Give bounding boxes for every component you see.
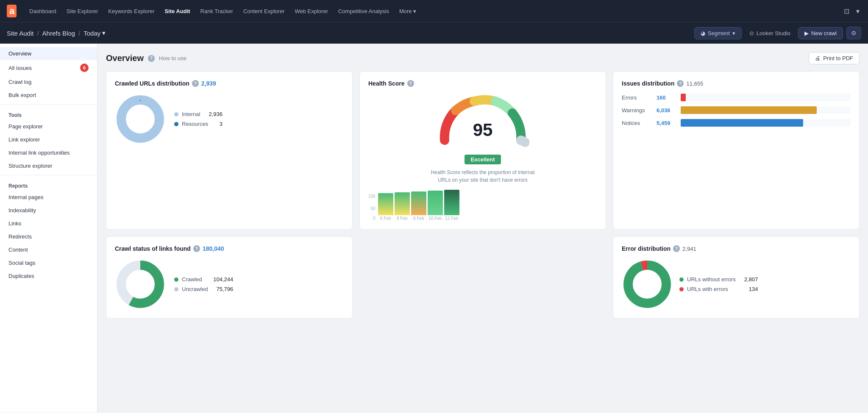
sidebar-item-structure-explorer[interactable]: Structure explorer <box>0 159 97 172</box>
errors-row: Errors 160 <box>622 94 851 101</box>
crawl-status-title: Crawl status of links found ? 180,040 <box>115 245 344 252</box>
nav-content-explorer[interactable]: Content Explorer <box>239 6 289 17</box>
bar-4 <box>428 191 443 215</box>
legend-with-errors: URLs with errors 134 <box>679 286 758 292</box>
crawled-urls-legend: Internal 2,936 Resources 3 <box>174 111 223 127</box>
overview-help-icon[interactable]: ? <box>148 55 155 62</box>
page-title: Overview <box>106 53 144 63</box>
main-content: Overview ? How to use 🖨 Print to PDF Cra… <box>97 44 868 413</box>
looker-studio-button[interactable]: ⊙ Looker Studio <box>745 28 795 39</box>
content-header: Overview ? How to use 🖨 Print to PDF <box>106 52 860 64</box>
svg-point-6 <box>128 272 153 297</box>
error-distribution-title: Error distribution ? 2,941 <box>622 245 851 252</box>
breadcrumb-blog[interactable]: Ahrefs Blog <box>42 30 75 37</box>
nav-rank-tracker[interactable]: Rank Tracker <box>196 6 237 17</box>
sidebar-item-internal-link-opps[interactable]: Internal link opportunities <box>0 146 97 159</box>
segment-button[interactable]: ◕ Segment ▾ <box>694 27 742 39</box>
legend-uncrawled: Uncrawled 75,796 <box>174 286 233 292</box>
crawl-status-card: Crawl status of links found ? 180,040 <box>106 236 353 319</box>
notices-bar <box>681 119 803 127</box>
monitor-icon[interactable]: ⊡ <box>842 6 851 17</box>
print-icon: 🖨 <box>815 55 821 61</box>
bottom-cards-grid: Crawl status of links found ? 180,040 <box>106 236 860 319</box>
nav-site-audit[interactable]: Site Audit <box>160 6 194 17</box>
issues-help-icon[interactable]: ? <box>677 80 684 87</box>
svg-point-9 <box>634 272 660 297</box>
warnings-row: Warnings 6,036 <box>622 106 851 114</box>
sidebar-item-crawl-log[interactable]: Crawl log <box>0 75 97 89</box>
sidebar-item-social-tags[interactable]: Social tags <box>0 256 97 269</box>
no-errors-dot <box>679 277 684 282</box>
empty-card-middle <box>359 236 606 319</box>
errors-bar-container <box>681 94 851 101</box>
excellent-badge: Excellent <box>465 155 501 164</box>
issues-distribution-card: Issues distribution ? 11,655 Errors 160 … <box>613 71 860 230</box>
sidebar-item-links[interactable]: Links <box>0 217 97 230</box>
new-crawl-button[interactable]: ▶ New crawl <box>798 27 843 39</box>
sidebar-item-overview[interactable]: Overview <box>0 47 97 60</box>
nav-more[interactable]: More ▾ <box>395 6 420 17</box>
bar-label-1: 6 Feb <box>380 216 391 221</box>
logo[interactable]: a <box>7 5 17 17</box>
breadcrumb-today-dropdown[interactable]: Today ▾ <box>83 29 106 37</box>
bar-2 <box>395 192 410 215</box>
chevron-down-icon: ▾ <box>732 30 735 36</box>
nav-web-explorer[interactable]: Web Explorer <box>290 6 332 17</box>
legend-internal: Internal 2,936 <box>174 111 223 117</box>
legend-resources: Resources 3 <box>174 121 223 127</box>
health-description: Health Score reflects the proportion of … <box>431 169 535 184</box>
sidebar-divider-2 <box>0 175 97 175</box>
sidebar-item-link-explorer[interactable]: Link explorer <box>0 133 97 146</box>
bar-label-4: 10 Feb <box>428 216 442 221</box>
settings-button[interactable]: ⚙ <box>846 27 861 39</box>
sidebar-item-internal-pages[interactable]: Internal pages <box>0 191 97 204</box>
crawled-urls-help-icon[interactable]: ? <box>192 80 199 87</box>
sidebar: Overview All issues 6 Crawl log Bulk exp… <box>0 44 97 413</box>
crawl-status-total: 180,040 <box>203 245 224 252</box>
sidebar-item-duplicates[interactable]: Duplicates <box>0 269 97 283</box>
crawl-status-help-icon[interactable]: ? <box>193 245 200 252</box>
error-dist-total: 2,941 <box>682 246 696 252</box>
how-to-use-link[interactable]: How to use <box>159 55 186 61</box>
bars-container: 6 Feb 8 Feb 8 Feb 10 Feb <box>378 190 597 221</box>
crawl-status-chart: Crawled 104,244 Uncrawled 75,796 <box>115 259 344 310</box>
with-errors-dot <box>679 287 684 291</box>
health-score-card: Health Score ? <box>359 71 606 230</box>
gauge-container: 95 <box>436 94 529 153</box>
title-row: Overview ? How to use <box>106 53 186 63</box>
reports-section-title: Reports <box>0 178 97 191</box>
sidebar-item-content[interactable]: Content <box>0 243 97 256</box>
breadcrumb-site-audit[interactable]: Site Audit <box>7 30 33 37</box>
nav-icons: ⊡ ▾ <box>842 6 861 17</box>
breadcrumb-sep-2: / <box>78 30 80 37</box>
nav-site-explorer[interactable]: Site Explorer <box>62 6 102 17</box>
nav-keywords-explorer[interactable]: Keywords Explorer <box>104 6 159 17</box>
resources-dot <box>174 122 178 126</box>
crawled-dot <box>174 277 178 282</box>
y-axis: 100 50 0 <box>368 194 376 221</box>
nav-competitive-analysis[interactable]: Competitive Analysis <box>334 6 393 17</box>
health-score-help-icon[interactable]: ? <box>407 80 414 87</box>
sidebar-item-all-issues[interactable]: All issues 6 <box>0 60 97 75</box>
sidebar-item-indexability[interactable]: Indexability <box>0 204 97 217</box>
legend-no-errors: URLs without errors 2,807 <box>679 276 758 283</box>
chevron-down-icon[interactable]: ▾ <box>854 6 861 17</box>
sidebar-item-redirects[interactable]: Redirects <box>0 230 97 243</box>
crawl-status-donut <box>115 259 166 310</box>
warnings-bar-container <box>681 106 851 114</box>
tools-section-title: Tools <box>0 107 97 120</box>
warnings-bar <box>681 106 817 114</box>
error-distribution-donut <box>622 259 673 310</box>
crawled-urls-total: 2,939 <box>201 80 216 87</box>
bar-group-5: 12 Feb <box>444 190 459 221</box>
breadcrumb-sep-1: / <box>37 30 39 37</box>
nav-dashboard[interactable]: Dashboard <box>25 6 61 17</box>
bar-group-1: 6 Feb <box>378 193 393 221</box>
health-score-value: 95 <box>473 120 493 140</box>
sidebar-item-page-explorer[interactable]: Page explorer <box>0 120 97 133</box>
sidebar-item-bulk-export[interactable]: Bulk export <box>0 89 97 102</box>
error-distribution-card: Error distribution ? 2,941 <box>613 236 860 319</box>
top-nav: a Dashboard Site Explorer Keywords Explo… <box>0 0 868 22</box>
error-dist-help-icon[interactable]: ? <box>673 245 680 252</box>
print-to-pdf-button[interactable]: 🖨 Print to PDF <box>809 52 860 64</box>
